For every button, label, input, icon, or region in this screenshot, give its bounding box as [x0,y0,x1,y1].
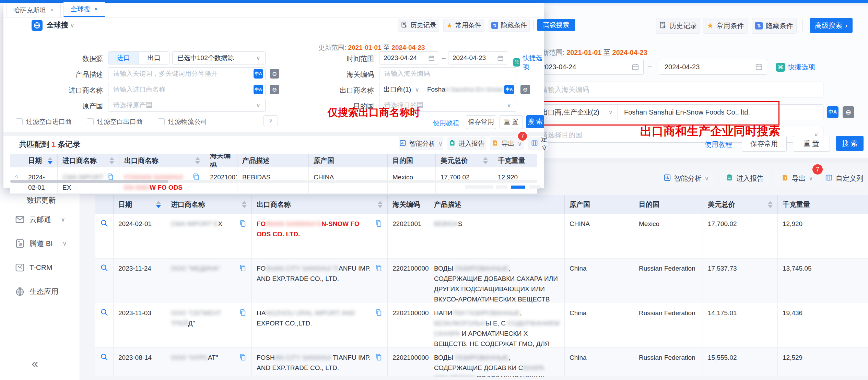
copy-icon[interactable] [375,309,383,320]
checkbox-icon[interactable] [87,118,94,125]
column-header[interactable]: 海关编码 [205,154,237,167]
collapse-form-button[interactable]: ∨ [263,115,278,126]
filter-checkbox[interactable]: 过滤空白进口商 [16,117,72,126]
date-from-input[interactable]: 2023-04-24 [379,51,439,64]
pagination-button[interactable] [529,186,540,189]
sort-toggle[interactable] [109,157,114,164]
row-zoom-icon[interactable] [95,259,114,303]
column-header[interactable]: 目的国 [388,154,436,167]
column-header[interactable]: 产品描述 [237,154,309,167]
row-zoom-icon[interactable] [95,214,114,258]
column-header[interactable]: 日期 [114,195,166,214]
table-row[interactable]: 2024-02-01CMA IMPORT EXFOSHAN SANSHUI EN… [95,214,868,259]
enter-report-button[interactable]: 进入报告 [447,137,486,150]
close-icon[interactable]: × [94,6,98,13]
translate-icon[interactable]: 中A [254,69,263,79]
product-desc-input[interactable]: 请输入关键词，多关键词用分号隔开 中A [108,67,266,80]
column-header[interactable]: 美元总价 [436,154,493,167]
table-row[interactable]: 2023-11-03ООО "СЕГМЕНТ ТРЕЙД"HANGZHOU UR… [95,303,868,348]
hide-conditions-button[interactable]: ⇅ 隐藏条件 [752,18,797,34]
sort-toggle[interactable] [48,157,52,164]
column-header[interactable]: 出口商名称 [252,195,388,214]
sort-toggle[interactable] [242,201,247,208]
sort-toggle[interactable] [483,157,488,164]
scrollbar-thumb[interactable] [10,180,168,183]
custom-columns-button[interactable]: 自定义列 [528,137,548,150]
translate-icon[interactable]: 中A [827,106,838,118]
hide-conditions-button[interactable]: ⇅ 隐藏条件 [489,19,530,32]
tutorial-link[interactable]: 使用教程 [433,119,459,128]
search-button[interactable]: 搜 索 [526,115,544,128]
data-source-select[interactable]: 已选中102个数据源∨ [172,51,266,64]
date-to-input[interactable]: 2024-04-23 [448,51,508,64]
copy-icon[interactable] [239,264,247,275]
column-header[interactable]: 进口商名称 [166,195,252,214]
hs-code-input[interactable]: 请输入海关编码 [379,67,516,80]
row-zoom-icon[interactable] [95,348,114,377]
sidebar-item-eco-apps[interactable]: 生态应用 [0,283,80,300]
search-button[interactable]: 搜 索 [836,136,864,151]
tab-global-search[interactable]: 全球搜× [63,2,105,17]
column-header[interactable]: 千克重量 [493,154,537,167]
filter-checkbox[interactable]: 过滤物流公司 [158,117,207,126]
close-icon[interactable]: × [50,7,54,14]
quick-options-link[interactable]: ⌘快捷选项 [776,62,815,72]
advanced-search-button[interactable]: 高级搜索 [537,19,575,31]
table-row[interactable]: 2023-11-24ООО "МЕДИНА"FOSHAN CITY SANSHU… [95,259,868,303]
tab-kazakhstan[interactable]: 哈萨克斯坦× [6,3,61,17]
copy-icon[interactable] [239,219,247,230]
hs-code-input[interactable]: 请输入海关编码 [535,82,823,97]
reset-button[interactable]: 重 置 [500,115,523,129]
save-favorite-button[interactable]: 保存常用 [466,115,496,129]
smart-analysis-button[interactable]: 智能分析∨ [399,137,443,150]
date-from-input[interactable]: 2023-04-24 [535,59,644,75]
reset-button[interactable]: 重 置 [793,136,830,152]
import-export-toggle[interactable]: 进口 出口 [108,51,169,64]
favorites-button[interactable]: ★ 常用条件 [703,18,748,34]
sort-toggle[interactable] [768,201,773,208]
history-button[interactable]: 历史记录 [656,18,700,34]
importer-input[interactable]: 请输入进口商名称 中A [108,83,266,96]
sort-toggle[interactable] [378,201,383,208]
enter-report-button[interactable]: 进入报告 [720,170,770,186]
advanced-search-button[interactable]: 高级搜索› [810,18,853,33]
column-header[interactable]: 原产国 [565,195,634,214]
sidebar-item-tengdao-bi[interactable]: BI腾道 BI∨ [0,235,80,252]
column-header[interactable]: 美元总价 [703,195,778,214]
sidebar-item-t-crm[interactable]: T-CRM [0,259,80,276]
column-header[interactable]: 产品描述 [429,195,565,214]
copy-icon[interactable] [375,219,383,230]
filter-checkbox[interactable]: 过滤空白出口商 [87,117,143,126]
history-button[interactable]: 历史记录 [398,19,439,32]
custom-columns-button[interactable]: 自定义列 [825,170,864,186]
favorites-button[interactable]: ★ 常用条件 [443,19,484,32]
chevron-down-icon[interactable]: ∨ [70,23,74,28]
pagination-button[interactable] [496,186,507,189]
copy-icon[interactable] [375,264,383,275]
toggle-export[interactable]: 出口 [139,52,169,64]
horizontal-scrollbar[interactable] [10,180,537,183]
column-header[interactable]: 日期 [23,154,58,167]
column-header[interactable]: 海关编码 [388,195,429,214]
column-header[interactable]: 进口商名称 [58,154,119,167]
row-zoom-icon[interactable] [95,303,114,347]
sidebar-item-data-update[interactable]: 数据更新 [0,192,80,209]
sort-toggle[interactable] [195,157,200,164]
copy-icon[interactable] [375,353,383,364]
sort-toggle[interactable] [156,201,161,208]
exclude-icon[interactable]: ⊖ [270,85,279,94]
toggle-import[interactable]: 进口 [108,52,139,64]
copy-icon[interactable] [239,309,247,320]
column-header[interactable]: 千克重量 [778,195,868,214]
quick-options-link[interactable]: ⌘快捷选项 [513,54,544,71]
pagination-current[interactable] [511,186,525,189]
exclude-icon[interactable]: ⊖ [843,106,854,118]
column-header[interactable]: 原产国 [309,154,388,167]
checkbox-icon[interactable] [158,118,165,125]
date-to-input[interactable]: 2024-04-23 [659,59,767,75]
translate-icon[interactable]: 中A [504,85,514,94]
column-header[interactable]: 出口商名称 [119,154,205,167]
exclude-icon[interactable]: ⊖ [520,85,530,94]
translate-icon[interactable]: 中A [254,85,263,94]
copy-icon[interactable] [239,353,247,364]
